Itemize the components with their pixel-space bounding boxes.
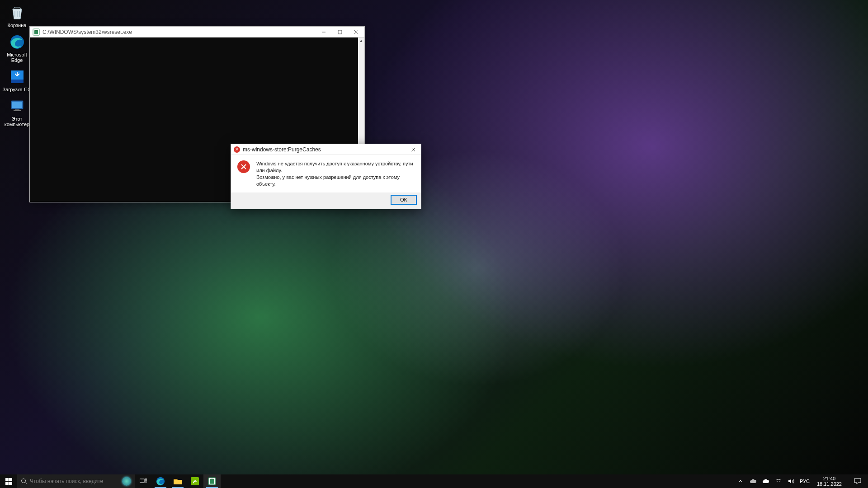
edge-icon bbox=[8, 33, 26, 51]
taskbar-search[interactable] bbox=[17, 474, 135, 488]
tray-language-indicator[interactable]: РУС bbox=[800, 479, 810, 484]
task-view-button[interactable] bbox=[135, 474, 152, 488]
svg-rect-6 bbox=[14, 110, 21, 111]
desktop-icon-recycle-bin[interactable]: Корзина bbox=[0, 2, 34, 31]
start-button[interactable] bbox=[0, 474, 17, 488]
error-titlebar[interactable]: ✕ ms-windows-store:PurgeCaches bbox=[231, 144, 421, 155]
error-icon bbox=[237, 160, 250, 173]
svg-rect-10 bbox=[9, 478, 12, 481]
tray-volume-icon[interactable] bbox=[787, 479, 795, 484]
task-view-icon bbox=[140, 479, 147, 484]
console-titlebar[interactable]: C:\WINDOWS\system32\wsreset.exe bbox=[30, 27, 364, 38]
error-title-icon: ✕ bbox=[234, 146, 240, 153]
dialog-close-button[interactable] bbox=[406, 144, 421, 155]
minimize-button[interactable] bbox=[316, 27, 332, 38]
desktop-icon-this-pc[interactable]: Этот компьютер bbox=[0, 95, 34, 130]
desktop-icon-label: Microsoft Edge bbox=[1, 52, 33, 63]
ok-button[interactable]: OK bbox=[391, 195, 416, 204]
recycle-bin-icon bbox=[8, 4, 26, 22]
desktop-icon-label: Загрузка ПО bbox=[2, 87, 31, 93]
desktop-icon-label: Этот компьютер bbox=[1, 116, 33, 127]
tray-date: 18.11.2022 bbox=[817, 481, 842, 487]
taskbar-item-nvidia[interactable] bbox=[186, 474, 203, 488]
speaker-icon bbox=[788, 479, 794, 484]
taskbar-item-edge[interactable] bbox=[152, 474, 169, 488]
computer-icon bbox=[8, 97, 26, 115]
scroll-up-button[interactable]: ▲ bbox=[358, 38, 364, 44]
tray-wifi-icon[interactable] bbox=[774, 479, 783, 484]
store-reset-icon bbox=[208, 477, 216, 485]
maximize-button[interactable] bbox=[332, 27, 348, 38]
nvidia-icon bbox=[191, 477, 199, 485]
error-footer: OK bbox=[231, 192, 421, 209]
tray-cloud-icon[interactable] bbox=[762, 479, 770, 484]
svg-point-13 bbox=[22, 479, 26, 483]
download-icon bbox=[8, 68, 26, 86]
svg-rect-5 bbox=[15, 109, 19, 110]
error-line1: Windows не удается получить доступ к ука… bbox=[256, 160, 415, 174]
search-input[interactable] bbox=[30, 478, 120, 484]
chevron-up-icon bbox=[738, 479, 743, 483]
error-body: Windows не удается получить доступ к ука… bbox=[231, 155, 421, 192]
cloud-icon bbox=[762, 479, 769, 484]
svg-rect-16 bbox=[145, 481, 147, 482]
tray-overflow-button[interactable] bbox=[736, 479, 745, 483]
svg-rect-12 bbox=[9, 482, 12, 485]
error-line2: Возможно, у вас нет нужных разрешений дл… bbox=[256, 174, 415, 188]
svg-rect-8 bbox=[338, 30, 342, 34]
desktop: Корзина Microsoft Edge Загрузка ПО Этот … bbox=[0, 0, 868, 488]
error-dialog: ✕ ms-windows-store:PurgeCaches Windows н… bbox=[231, 144, 421, 209]
desktop-icons-column: Корзина Microsoft Edge Загрузка ПО Этот … bbox=[0, 2, 34, 130]
console-title-text: C:\WINDOWS\system32\wsreset.exe bbox=[42, 29, 316, 35]
taskbar: РУС 21:40 18.11.2022 bbox=[0, 474, 868, 488]
tray-onedrive-icon[interactable] bbox=[749, 479, 757, 484]
close-button[interactable] bbox=[348, 27, 364, 38]
action-center-button[interactable] bbox=[849, 478, 866, 484]
edge-icon bbox=[156, 476, 165, 486]
file-explorer-icon bbox=[173, 478, 182, 485]
store-reset-icon bbox=[33, 28, 40, 36]
system-tray: РУС 21:40 18.11.2022 bbox=[735, 474, 868, 488]
cortana-icon[interactable] bbox=[122, 477, 131, 486]
taskbar-item-explorer[interactable] bbox=[169, 474, 186, 488]
error-message: Windows не удается получить доступ к ука… bbox=[256, 160, 415, 187]
window-controls bbox=[316, 27, 364, 38]
svg-rect-15 bbox=[145, 479, 147, 480]
svg-rect-11 bbox=[5, 482, 9, 485]
desktop-icon-edge[interactable]: Microsoft Edge bbox=[0, 31, 34, 66]
error-title-text: ms-windows-store:PurgeCaches bbox=[243, 146, 406, 153]
taskbar-item-wsreset[interactable] bbox=[203, 474, 221, 488]
notification-icon bbox=[854, 478, 861, 484]
svg-rect-9 bbox=[5, 478, 9, 481]
desktop-icon-download[interactable]: Загрузка ПО bbox=[0, 66, 34, 95]
desktop-icon-label: Корзина bbox=[8, 23, 27, 28]
windows-logo-icon bbox=[5, 478, 12, 485]
wifi-icon bbox=[775, 479, 782, 484]
svg-rect-4 bbox=[12, 102, 22, 108]
tray-time: 21:40 bbox=[817, 476, 842, 481]
svg-rect-14 bbox=[140, 479, 144, 483]
cloud-icon bbox=[750, 479, 757, 484]
search-icon bbox=[21, 478, 27, 484]
svg-rect-2 bbox=[11, 80, 24, 83]
tray-clock[interactable]: 21:40 18.11.2022 bbox=[814, 476, 844, 487]
